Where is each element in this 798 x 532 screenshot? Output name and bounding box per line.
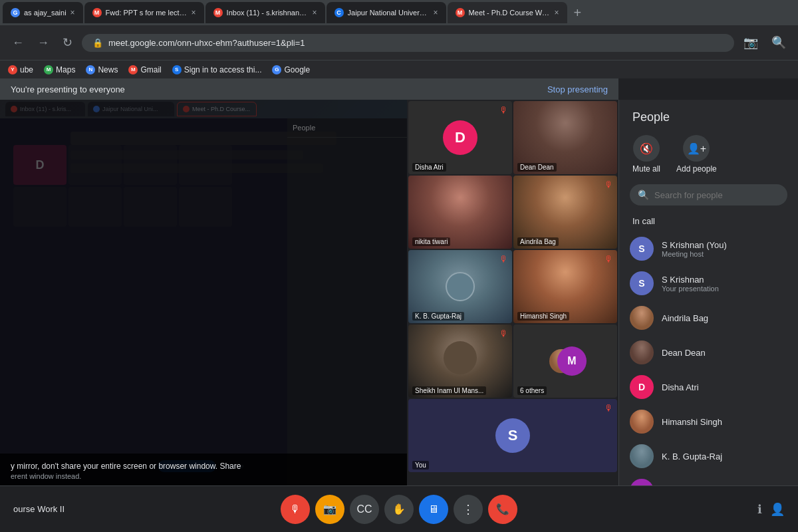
mic-mute-button[interactable]: 🎙 bbox=[281, 495, 310, 524]
bookmark-label: Maps bbox=[56, 65, 75, 74]
tile-name: K. B. Gupta-Raj bbox=[412, 312, 464, 321]
end-call-button[interactable]: 📞 bbox=[488, 495, 517, 524]
participant-info: S Krishnan (You) Meeting host bbox=[662, 240, 727, 258]
back-button[interactable]: ← bbox=[8, 33, 28, 53]
tab-favicon: M bbox=[213, 8, 223, 17]
tile-sheikh[interactable]: 🎙 Sheikh Inam Ul Mans... bbox=[408, 325, 512, 398]
share-screen-button[interactable]: 🖥 bbox=[419, 495, 448, 524]
participant-avatar: S bbox=[630, 237, 654, 261]
address-bar[interactable]: 🔒 meet.google.com/onn-uhxc-ehm?authuser=… bbox=[82, 34, 734, 52]
raise-hand-button[interactable]: ✋ bbox=[384, 495, 414, 524]
participant-sub: Your presentation bbox=[662, 285, 719, 293]
inner-screen: D People Stop prese bbox=[0, 118, 407, 485]
participant-skrishnan[interactable]: S S Krishnan Your presentation bbox=[619, 266, 798, 301]
tab-favicon: G bbox=[11, 8, 20, 17]
mute-icon: 🎙 bbox=[604, 254, 613, 264]
tab-5-active[interactable]: M Meet - Ph.D Course Work II × bbox=[448, 2, 567, 23]
tile-aindrila[interactable]: 🎙 Aindrila Bag bbox=[513, 176, 617, 249]
participant-name: Aindrila Bag bbox=[662, 313, 708, 323]
participant-aindrila[interactable]: Aindrila Bag bbox=[619, 301, 798, 335]
tab-label: Jaipur National University - Cal... bbox=[348, 9, 430, 17]
sidebar-actions: 🔇 Mute all 👤+ Add people bbox=[619, 130, 798, 184]
you-avatar: S bbox=[495, 418, 530, 453]
tab-3[interactable]: M Inbox (11) - s.krishnan@jnujaip... × bbox=[205, 2, 325, 23]
tab-close-icon[interactable]: × bbox=[555, 8, 559, 17]
tile-name: You bbox=[412, 461, 429, 469]
bookmark-label: Gmail bbox=[140, 65, 161, 74]
new-tab-button[interactable]: + bbox=[569, 5, 587, 21]
tile-himanshi[interactable]: 🎙 Himanshi Singh bbox=[513, 250, 617, 323]
video-button[interactable]: 📷 bbox=[315, 495, 344, 524]
inner-tile-8 bbox=[179, 187, 232, 227]
inner-tab-2: Jaipur National Uni... bbox=[88, 102, 174, 116]
warning-text-1: y mirror, don't share your entire screen… bbox=[11, 462, 396, 471]
tile-kbgupta[interactable]: 🎙 K. B. Gupta-Raj bbox=[408, 250, 512, 323]
tab-close-icon[interactable]: × bbox=[70, 8, 75, 17]
tab-bar: G as ajay_saini × M Fwd: PPT s for me le… bbox=[0, 0, 798, 25]
inner-favicon-2 bbox=[93, 106, 100, 112]
tab-close-icon[interactable]: × bbox=[434, 8, 438, 17]
participant-info: Dean Dean bbox=[662, 348, 706, 358]
mute-all-action[interactable]: 🔇 Mute all bbox=[632, 135, 660, 174]
info-icon[interactable]: ℹ bbox=[757, 502, 762, 517]
camera-icon[interactable]: 📷 bbox=[739, 33, 762, 53]
tile-dean[interactable]: Dean Dean bbox=[513, 101, 617, 174]
people-icon[interactable]: 👤 bbox=[770, 502, 785, 517]
captions-button[interactable]: CC bbox=[350, 495, 379, 524]
participant-himanshi[interactable]: Himanshi Singh bbox=[619, 404, 798, 439]
presenting-text: You're presenting to everyone bbox=[11, 84, 125, 94]
search-icon[interactable]: 🔍 bbox=[767, 33, 790, 53]
main-area: Inbox (11) - s.kris... Jaipur National U… bbox=[0, 100, 798, 485]
people-search-bar[interactable]: 🔍 bbox=[630, 184, 787, 205]
participant-mini[interactable]: M Mini Sharma bbox=[619, 473, 798, 485]
stop-presenting-link[interactable]: Stop presenting bbox=[547, 84, 608, 94]
tile-you[interactable]: S 🎙 You bbox=[408, 399, 617, 472]
forward-button[interactable]: → bbox=[33, 33, 53, 53]
participant-kbgupta[interactable]: K. B. Gupta-Raj bbox=[619, 439, 798, 473]
participant-name: Dean Dean bbox=[662, 348, 706, 358]
sidebar-title: People bbox=[619, 100, 798, 130]
inner-tab-active: Meet - Ph.D Course... bbox=[177, 102, 257, 116]
tab-2[interactable]: M Fwd: PPT s for me lecture today... × bbox=[84, 2, 204, 23]
tile-nikita[interactable]: nikita tiwari bbox=[408, 176, 512, 249]
tab-close-icon[interactable]: × bbox=[192, 8, 196, 17]
mute-icon: 🎙 bbox=[499, 105, 508, 115]
participant-avatar bbox=[630, 306, 654, 330]
meeting-title: ourse Work II bbox=[13, 504, 93, 514]
address-text: meet.google.com/onn-uhxc-ehm?authuser=1&… bbox=[108, 38, 305, 48]
mute-icon: 🎙 bbox=[499, 254, 508, 264]
tab-close-icon[interactable]: × bbox=[313, 8, 317, 17]
tile-name: Disha Atri bbox=[412, 163, 446, 172]
refresh-button[interactable]: ↻ bbox=[59, 33, 76, 53]
bookmark-news[interactable]: N News bbox=[86, 65, 118, 74]
mute-all-label: Mute all bbox=[632, 164, 660, 174]
in-call-label: In call bbox=[619, 213, 798, 231]
participant-skrishnan-you[interactable]: S S Krishnan (You) Meeting host bbox=[619, 231, 798, 266]
search-input[interactable] bbox=[654, 190, 779, 200]
bookmark-sign-in[interactable]: S Sign in to access thi... bbox=[172, 65, 262, 74]
tile-disha[interactable]: D 🎙 Disha Atri bbox=[408, 101, 512, 174]
tab-1[interactable]: G as ajay_saini × bbox=[3, 2, 83, 23]
inner-favicon bbox=[11, 106, 17, 112]
bookmark-label: Sign in to access thi... bbox=[184, 65, 262, 74]
tile-name: Himanshi Singh bbox=[517, 312, 569, 321]
screen-share-area: Inbox (11) - s.kris... Jaipur National U… bbox=[0, 100, 407, 485]
bookmark-google[interactable]: G Google bbox=[272, 65, 310, 74]
participant-dean[interactable]: Dean Dean bbox=[619, 335, 798, 370]
tile-others[interactable]: M 6 others bbox=[513, 325, 617, 398]
participant-disha[interactable]: D Disha Atri bbox=[619, 370, 798, 404]
screen-preview: Inbox (11) - s.kris... Jaipur National U… bbox=[0, 100, 407, 485]
presenting-banner: You're presenting to everyone Stop prese… bbox=[0, 78, 618, 100]
bookmark-ube[interactable]: Y ube bbox=[8, 65, 33, 74]
youtube-icon: Y bbox=[8, 65, 17, 74]
more-options-button[interactable]: ⋮ bbox=[454, 495, 483, 524]
tab-4[interactable]: C Jaipur National University - Cal... × bbox=[327, 2, 446, 23]
bookmark-maps[interactable]: M Maps bbox=[44, 65, 75, 74]
inner-tab-2-label: Jaipur National Uni... bbox=[102, 106, 158, 112]
add-people-action[interactable]: 👤+ Add people bbox=[676, 135, 717, 174]
inner-tile-7 bbox=[124, 187, 177, 227]
bookmark-gmail[interactable]: M Gmail bbox=[128, 65, 161, 74]
inner-tile-3 bbox=[124, 145, 177, 185]
side-icons: ℹ 👤 bbox=[705, 502, 785, 517]
participant-info: S Krishnan Your presentation bbox=[662, 275, 719, 293]
